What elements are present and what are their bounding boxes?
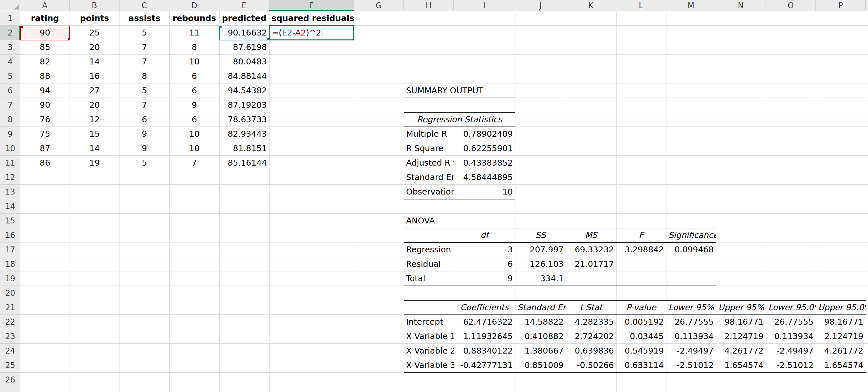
cell-E3[interactable]: 87.6198 xyxy=(219,40,269,55)
row-header-6[interactable]: 6 xyxy=(0,83,20,98)
column-header-G[interactable]: G xyxy=(354,0,404,11)
row-header-26[interactable]: 26 xyxy=(0,373,20,387)
coef-header-upper-95-0[interactable]: Upper 95.0% xyxy=(816,300,866,315)
column-header-M[interactable]: M xyxy=(666,0,716,11)
column-header-K[interactable]: K xyxy=(566,0,616,11)
cell-A7[interactable]: 90 xyxy=(20,98,70,112)
row-header-20[interactable]: 20 xyxy=(0,286,20,300)
cell-K22[interactable]: 4.282335 xyxy=(566,315,616,329)
cell-I23[interactable]: 1.11932645 xyxy=(454,329,515,344)
cell-E6[interactable]: 94.54382 xyxy=(219,83,269,98)
cell-B5[interactable]: 16 xyxy=(70,69,120,83)
cell-L24[interactable]: 0.545919 xyxy=(616,344,666,358)
row-header-24[interactable]: 24 xyxy=(0,344,20,358)
cell-A4[interactable]: 82 xyxy=(20,55,70,69)
anova-title[interactable]: ANOVA xyxy=(404,214,454,228)
cell-J18[interactable]: 126.103 xyxy=(515,257,566,272)
row-header-4[interactable]: 4 xyxy=(0,55,20,69)
cell-E9[interactable]: 82.93443 xyxy=(219,127,269,141)
row-header-11[interactable]: 11 xyxy=(0,156,20,170)
cell-A5[interactable]: 88 xyxy=(20,69,70,83)
cell-C8[interactable]: 6 xyxy=(120,112,169,127)
cell-M24[interactable]: -2.49497 xyxy=(666,344,716,358)
cell-B9[interactable]: 15 xyxy=(70,127,120,141)
cell-J22[interactable]: 14.58822 xyxy=(515,315,566,329)
row-header-19[interactable]: 19 xyxy=(0,272,20,286)
cell-B4[interactable]: 14 xyxy=(70,55,120,69)
cell-I17[interactable]: 3 xyxy=(454,243,515,257)
cell-L25[interactable]: 0.633114 xyxy=(616,358,666,373)
row-header-15[interactable]: 15 xyxy=(0,214,20,228)
cell-D3[interactable]: 8 xyxy=(169,40,219,55)
row-header-25[interactable]: 25 xyxy=(0,358,20,373)
cell-C11[interactable]: 5 xyxy=(120,156,169,170)
cell-O24[interactable]: -2.49497 xyxy=(766,344,816,358)
cell-C2[interactable]: 5 xyxy=(120,26,169,40)
cell-C9[interactable]: 9 xyxy=(120,127,169,141)
stat-label-standard-error[interactable]: Standard Error xyxy=(404,170,454,185)
cell-C3[interactable]: 7 xyxy=(120,40,169,55)
stat-value-multiple-r[interactable]: 0.78902409 xyxy=(454,127,515,141)
coef-row-x3-label[interactable]: X Variable 3 xyxy=(404,358,454,373)
cell-P23[interactable]: 2.124719 xyxy=(816,329,866,344)
stat-value-r-square[interactable]: 0.62255901 xyxy=(454,141,515,156)
row-header-17[interactable]: 17 xyxy=(0,243,20,257)
cell-C4[interactable]: 7 xyxy=(120,55,169,69)
cell-L17[interactable]: 3.298842 xyxy=(616,243,666,257)
cell-M22[interactable]: 26.77555 xyxy=(666,315,716,329)
cell-C10[interactable]: 9 xyxy=(120,141,169,156)
cell-P24[interactable]: 4.261772 xyxy=(816,344,866,358)
cell-I19[interactable]: 9 xyxy=(454,272,515,286)
cell-M23[interactable]: 0.113934 xyxy=(666,329,716,344)
cell-B8[interactable]: 12 xyxy=(70,112,120,127)
stat-label-observations[interactable]: Observations xyxy=(404,185,454,199)
cell-E8[interactable]: 78.63733 xyxy=(219,112,269,127)
stat-value-observations[interactable]: 10 xyxy=(454,185,515,199)
anova-header-f[interactable]: F xyxy=(616,228,666,243)
row-header-9[interactable]: 9 xyxy=(0,127,20,141)
cell-M17[interactable]: 0.099468 xyxy=(666,243,716,257)
column-header-F[interactable]: F xyxy=(269,0,354,11)
cell-K23[interactable]: 2.724202 xyxy=(566,329,616,344)
anova-row-total-label[interactable]: Total xyxy=(404,272,454,286)
cell-K17[interactable]: 69.33232 xyxy=(566,243,616,257)
column-header-L[interactable]: L xyxy=(616,0,666,11)
cell-K18[interactable]: 21.01717 xyxy=(566,257,616,272)
cell-P25[interactable]: 1.654574 xyxy=(816,358,866,373)
cell-E7[interactable]: 87.19203 xyxy=(219,98,269,112)
row-header-10[interactable]: 10 xyxy=(0,141,20,156)
stat-label-adjusted-r-square[interactable]: Adjusted R Square xyxy=(404,156,454,170)
cell-J17[interactable]: 207.997 xyxy=(515,243,566,257)
column-header-B[interactable]: B xyxy=(70,0,120,11)
row-header-18[interactable]: 18 xyxy=(0,257,20,272)
cell-N25[interactable]: 1.654574 xyxy=(716,358,766,373)
cell-J24[interactable]: 1.380667 xyxy=(515,344,566,358)
row-header-2[interactable]: 2 xyxy=(0,26,20,40)
column-header-C[interactable]: C xyxy=(120,0,169,11)
stat-value-adjusted-r-square[interactable]: 0.43383852 xyxy=(454,156,515,170)
row-header-3[interactable]: 3 xyxy=(0,40,20,55)
column-header-O[interactable]: O xyxy=(766,0,816,11)
cell-L22[interactable]: 0.005192 xyxy=(616,315,666,329)
cell-A10[interactable]: 87 xyxy=(20,141,70,156)
anova-row-regression-label[interactable]: Regression xyxy=(404,243,454,257)
column-header-H[interactable]: H xyxy=(404,0,454,11)
regression-statistics-title[interactable]: Regression Statistics xyxy=(404,112,515,127)
row-header-5[interactable]: 5 xyxy=(0,69,20,83)
cell-K24[interactable]: 0.639836 xyxy=(566,344,616,358)
cell-A11[interactable]: 86 xyxy=(20,156,70,170)
column-header-E[interactable]: E xyxy=(219,0,269,11)
coef-row-x1-label[interactable]: X Variable 1 xyxy=(404,329,454,344)
cell-B6[interactable]: 27 xyxy=(70,83,120,98)
cell-A3[interactable]: 85 xyxy=(20,40,70,55)
row-header-13[interactable]: 13 xyxy=(0,185,20,199)
anova-row-residual-label[interactable]: Residual xyxy=(404,257,454,272)
cell-E10[interactable]: 81.8151 xyxy=(219,141,269,156)
anova-header-df[interactable]: df xyxy=(454,228,515,243)
cell-B7[interactable]: 20 xyxy=(70,98,120,112)
column-header-N[interactable]: N xyxy=(716,0,766,11)
cell-N23[interactable]: 2.124719 xyxy=(716,329,766,344)
cell-J25[interactable]: 0.851009 xyxy=(515,358,566,373)
coef-header-upper-95[interactable]: Upper 95% xyxy=(716,300,766,315)
cell-D8[interactable]: 6 xyxy=(169,112,219,127)
